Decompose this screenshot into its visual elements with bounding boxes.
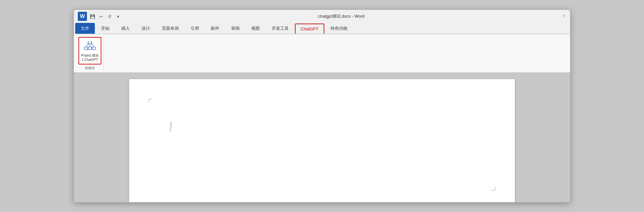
window-controls: ? — [561, 14, 566, 19]
svg-rect-1 — [84, 47, 88, 50]
ribbon-content: Project.模块 1.ChatGPT 新建组 — [74, 34, 570, 73]
svg-point-7 — [88, 43, 89, 44]
undo-button[interactable]: ↩ — [97, 13, 105, 20]
help-button[interactable]: ? — [561, 14, 566, 19]
tab-file[interactable]: 文件 — [75, 23, 95, 34]
document-page[interactable] — [129, 79, 515, 202]
customize-quick-access-button[interactable]: ▾ — [114, 13, 122, 20]
ribbon-group-label: 新建组 — [85, 66, 95, 70]
title-bar: W 💾 ↩ ↺ ▾ chatgpt测试.docx - Word ? — [74, 10, 570, 23]
title-bar-left: W 💾 ↩ ↺ ▾ — [78, 12, 122, 21]
word-app-icon: W — [78, 12, 87, 21]
title-bar-controls: 💾 ↩ ↺ ▾ — [89, 13, 122, 20]
ribbon-group-new: Project.模块 1.ChatGPT 新建组 — [76, 36, 104, 71]
ribbon-item-label: Project.模块 1.ChatGPT — [81, 53, 99, 62]
tab-home[interactable]: 开始 — [95, 23, 115, 34]
corner-mark-bottom-right — [491, 186, 495, 190]
save-button[interactable]: 💾 — [89, 13, 96, 20]
svg-line-3 — [86, 44, 88, 47]
tab-special-features[interactable]: 特色功能 — [325, 23, 353, 34]
ribbon-tabs: 文件 开始 插入 设计 页面布局 引用 邮件 审阅 视图 开发工具 ChatGP — [74, 23, 570, 34]
svg-rect-2 — [92, 47, 96, 50]
tab-view[interactable]: 视图 — [246, 23, 265, 34]
ribbon-item-project-chatgpt[interactable]: Project.模块 1.ChatGPT — [78, 37, 101, 64]
text-cursor — [168, 122, 174, 133]
tab-design[interactable]: 设计 — [136, 23, 156, 34]
document-area[interactable] — [74, 73, 570, 202]
tab-chatgpt[interactable]: ChatGPT — [295, 24, 324, 34]
word-window: W 💾 ↩ ↺ ▾ chatgpt测试.docx - Word ? 文件 开始 … — [74, 9, 570, 203]
svg-rect-0 — [88, 41, 92, 44]
redo-button[interactable]: ↺ — [106, 13, 113, 20]
tab-page-layout[interactable]: 页面布局 — [156, 23, 184, 34]
tab-insert[interactable]: 插入 — [116, 23, 135, 34]
svg-point-8 — [91, 43, 92, 44]
tab-mailings[interactable]: 邮件 — [205, 23, 225, 34]
tab-references[interactable]: 引用 — [185, 23, 205, 34]
svg-rect-6 — [88, 47, 92, 50]
svg-line-4 — [92, 44, 94, 47]
network-diagram-icon — [83, 40, 96, 53]
tab-developer[interactable]: 开发工具 — [266, 23, 294, 34]
corner-mark-top-left — [149, 99, 153, 103]
svg-line-10 — [170, 129, 171, 132]
tab-review[interactable]: 审阅 — [226, 23, 245, 34]
window-title: chatgpt测试.docx - Word — [124, 13, 558, 19]
